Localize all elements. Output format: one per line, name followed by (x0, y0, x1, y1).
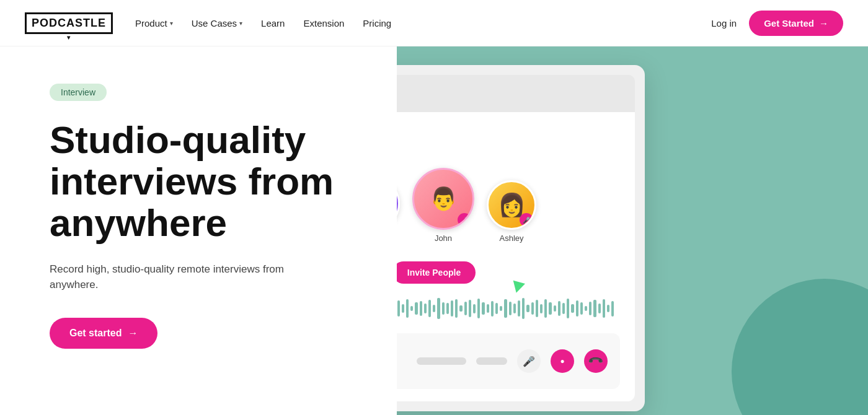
interview-badge: Interview (50, 84, 107, 101)
participant-elina: 👩‍🦰 🎤 Elina (397, 177, 400, 243)
microphone-button[interactable]: 🎤 (517, 349, 541, 373)
avatar-john: 👨 🎤 (412, 168, 474, 230)
participant-name-john: John (435, 234, 452, 243)
nav-learn[interactable]: Learn (261, 18, 285, 28)
cursor-icon (510, 281, 525, 295)
hero-right: 💬 ⚙️ 😄 James (397, 46, 868, 415)
navbar: PODCASTLE Product ▾ Use Cases ▾ Learn Ex… (0, 0, 868, 46)
teal-circle-decoration (732, 279, 868, 415)
ui-demo-card: 💬 ⚙️ 😄 James (397, 65, 645, 411)
nav-pricing[interactable]: Pricing (363, 18, 391, 28)
invite-people-button[interactable]: Invite People (397, 261, 476, 284)
nav-product[interactable]: Product ▾ (135, 18, 173, 28)
chevron-down-icon: ▾ (239, 20, 242, 27)
mute-icon-ashley: 🎤 (520, 213, 533, 227)
nav-links: Product ▾ Use Cases ▾ Learn Extension Pr… (135, 18, 391, 28)
arrow-right-icon: → (128, 328, 138, 339)
record-button[interactable]: ● (551, 349, 574, 373)
avatar-elina: 👩‍🦰 🎤 (397, 177, 400, 230)
mute-icon-john: 🎤 (458, 213, 471, 227)
participant-name-ashley: Ashley (499, 234, 523, 243)
control-bar-2 (476, 357, 507, 365)
end-call-button[interactable]: 📞 (579, 344, 613, 378)
avatar-ashley: 👩 🎤 (487, 180, 536, 230)
nav-use-cases[interactable]: Use Cases ▾ (192, 18, 242, 28)
card-content: ⚙️ 😄 James 👩‍🦰 🎤 (397, 112, 635, 401)
nav-right: Log in Get Started → (711, 11, 843, 36)
main-content: Interview Studio-quality interviews from… (0, 46, 868, 415)
audio-waveform (397, 296, 620, 321)
participant-ashley: 👩 🎤 Ashley (487, 180, 536, 243)
bottom-panel: Upto 10 members 🎤 (397, 333, 620, 389)
hero-title: Studio-quality interviews from anywhere (50, 120, 360, 244)
hero-left: Interview Studio-quality interviews from… (0, 46, 397, 415)
participants-row: 😄 James 👩‍🦰 🎤 Elina (397, 168, 620, 243)
card-topbar: 💬 (397, 75, 635, 112)
logo[interactable]: PODCASTLE (25, 12, 113, 34)
nav-left: PODCASTLE Product ▾ Use Cases ▾ Learn Ex… (25, 12, 391, 34)
nav-extension[interactable]: Extension (303, 18, 344, 28)
invite-wrapper: Invite People (397, 261, 620, 284)
hero-cta-button[interactable]: Get started → (50, 318, 157, 349)
hero-description: Record high, studio-quality remote inter… (50, 261, 285, 293)
control-bar-1 (417, 357, 466, 365)
controls-bar: 🎤 ● 📞 (397, 333, 620, 389)
arrow-right-icon: → (819, 18, 828, 28)
participant-john: 👨 🎤 John (412, 168, 474, 243)
login-button[interactable]: Log in (711, 18, 737, 28)
chevron-down-icon: ▾ (170, 20, 173, 27)
get-started-button[interactable]: Get Started → (749, 11, 843, 36)
